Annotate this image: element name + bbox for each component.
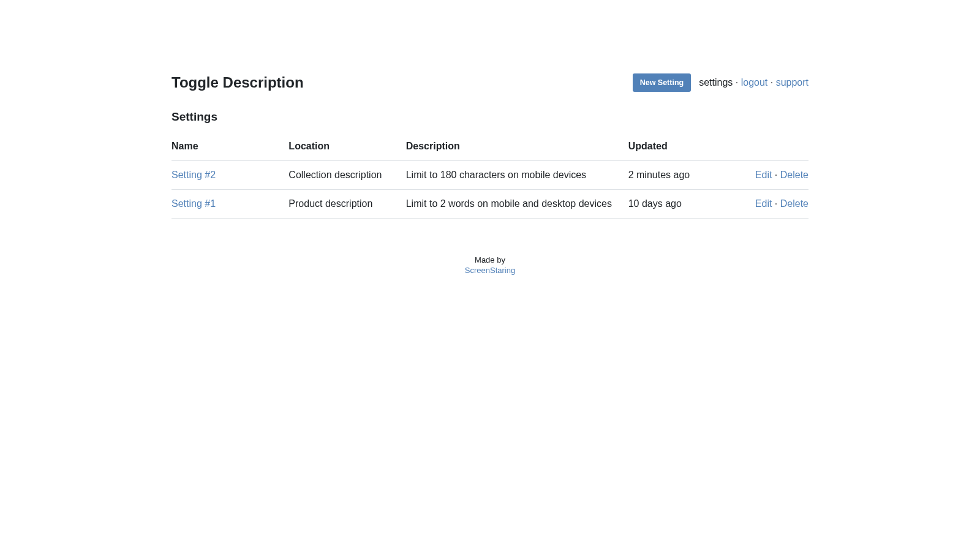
nav-support-link[interactable]: support [776,77,809,88]
delete-link[interactable]: Delete [780,170,809,180]
column-header-location: Location [288,141,405,161]
edit-link[interactable]: Edit [755,170,772,180]
page-title: Toggle Description [172,74,304,91]
setting-name-link[interactable]: Setting #2 [172,170,216,180]
setting-location: Product description [288,190,405,219]
section-title: Settings [172,110,809,124]
settings-table: Name Location Description Updated Settin… [172,141,809,219]
edit-link[interactable]: Edit [755,198,772,209]
column-header-updated: Updated [628,141,745,161]
setting-location: Collection description [288,161,405,190]
new-setting-button[interactable]: New Setting [633,73,692,92]
setting-description: Limit to 180 characters on mobile device… [406,161,628,190]
setting-updated: 10 days ago [628,190,745,219]
table-row: Setting #2 Collection description Limit … [172,161,809,190]
separator: · [736,77,741,88]
header-row: Toggle Description New Setting settings … [172,73,809,92]
footer-made-by: Made by [475,255,505,264]
footer-author-link[interactable]: ScreenStaring [465,266,515,275]
nav-links: settings · logout · support [699,77,809,88]
nav-logout-link[interactable]: logout [741,77,768,88]
separator: · [775,170,780,180]
table-row: Setting #1 Product description Limit to … [172,190,809,219]
column-header-name: Name [172,141,288,161]
setting-description: Limit to 2 words on mobile and desktop d… [406,190,628,219]
nav-settings-text: settings [699,77,733,88]
footer: Made by ScreenStaring [172,255,809,276]
delete-link[interactable]: Delete [780,198,809,209]
column-header-description: Description [406,141,628,161]
column-header-actions [745,141,809,161]
setting-updated: 2 minutes ago [628,161,745,190]
separator: · [775,198,780,209]
setting-name-link[interactable]: Setting #1 [172,198,216,209]
separator: · [771,77,776,88]
